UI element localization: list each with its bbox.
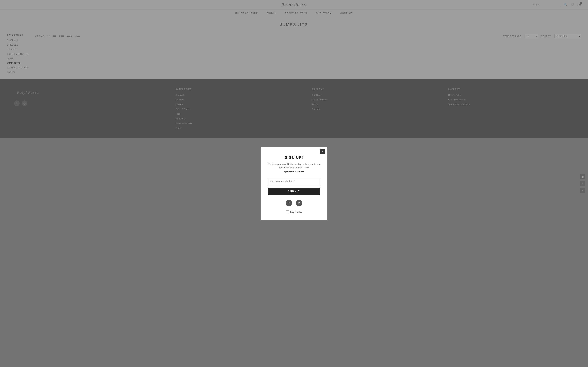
instagram-icon[interactable]: ◎ <box>296 200 302 206</box>
submit-button[interactable]: SUBMIT <box>268 188 320 195</box>
modal-close-button[interactable]: × <box>320 149 325 154</box>
modal-title: SIGN UP! <box>268 156 320 159</box>
no-thanks-section[interactable]: No, Thanks <box>268 210 320 213</box>
email-input[interactable] <box>268 178 320 185</box>
facebook-icon[interactable]: f <box>286 200 292 206</box>
no-thanks-label[interactable]: No, Thanks <box>290 210 302 213</box>
no-thanks-checkbox[interactable] <box>286 210 289 213</box>
social-links: f ◎ <box>268 200 320 206</box>
modal-overlay[interactable]: × SIGN UP! Register your email today to … <box>0 0 588 367</box>
modal-description: Register your email today to stay up-to-… <box>268 162 320 173</box>
signup-modal: × SIGN UP! Register your email today to … <box>261 147 327 220</box>
